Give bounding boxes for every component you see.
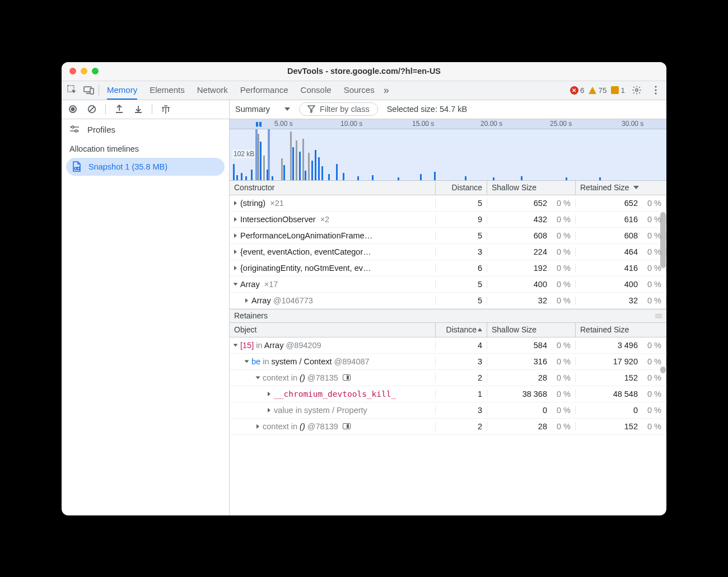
upload-icon[interactable] xyxy=(114,104,125,115)
timeline-bar xyxy=(251,170,253,181)
tab-sources[interactable]: Sources xyxy=(344,81,375,100)
table-row[interactable]: Array ×1754000 %4000 % xyxy=(230,276,666,293)
table-row[interactable]: IntersectionObserver ×294320 %6160 % xyxy=(230,212,666,228)
col-shallow[interactable]: Shallow Size xyxy=(487,181,576,195)
snapshot-icon xyxy=(72,161,82,172)
col-shallow[interactable]: Shallow Size xyxy=(487,323,576,337)
profiles-section-label: Allocation timelines xyxy=(62,140,229,157)
allocation-timeline[interactable]: ▮▮5.00 s10.00 s15.00 s20.00 s25.00 s30.0… xyxy=(230,119,666,181)
row-label: IntersectionObserver xyxy=(240,215,316,224)
expand-icon[interactable] xyxy=(245,360,249,363)
download-icon[interactable] xyxy=(133,104,144,115)
issue-icon xyxy=(611,86,619,94)
expand-icon[interactable] xyxy=(234,266,237,270)
main-toolbar: MemoryElementsNetworkPerformanceConsoleS… xyxy=(62,81,666,100)
maximize-icon[interactable] xyxy=(92,68,99,74)
timeline-bar xyxy=(521,176,522,181)
timeline-bar xyxy=(315,150,316,181)
snapshot-item[interactable]: Snapshot 1 (35.8 MB) xyxy=(66,158,225,176)
col-object[interactable]: Object xyxy=(230,323,436,337)
table-row[interactable]: context in () @78139 2280 %1520 % xyxy=(230,419,666,435)
expand-icon[interactable] xyxy=(256,376,260,379)
timeline-bar xyxy=(493,177,494,181)
timeline-bar xyxy=(258,134,259,181)
filter-icon xyxy=(307,105,315,113)
tab-network[interactable]: Network xyxy=(197,81,228,100)
expand-icon[interactable] xyxy=(234,344,238,346)
col-constructor[interactable]: Constructor xyxy=(230,181,436,195)
timeline-bar xyxy=(343,173,344,181)
expand-icon[interactable] xyxy=(234,201,237,205)
tab-elements[interactable]: Elements xyxy=(150,81,185,100)
table-row[interactable]: be in system / Context @89408733160 %17 … xyxy=(230,354,666,370)
timeline-bar xyxy=(434,172,436,181)
sidebar-toolbar xyxy=(62,100,229,119)
timeline-bar xyxy=(233,164,235,181)
warnings-badge[interactable]: 75 xyxy=(589,86,606,95)
table-row[interactable]: [15] in Array @89420945840 %3 4960 % xyxy=(230,337,666,354)
expand-icon[interactable] xyxy=(234,217,237,222)
timeline-ruler: ▮▮5.00 s10.00 s15.00 s20.00 s25.00 s30.0… xyxy=(230,119,666,129)
close-icon[interactable] xyxy=(69,68,76,74)
timeline-bar xyxy=(290,132,292,181)
tab-performance[interactable]: Performance xyxy=(240,81,288,100)
retainers-header: Retainers xyxy=(230,309,666,323)
row-label: be in system / Context @894087 xyxy=(251,357,370,366)
constructor-table-rows[interactable]: (string) ×2156520 %6520 %IntersectionObs… xyxy=(230,195,666,309)
col-retained[interactable]: Retained Size xyxy=(576,323,666,337)
expand-icon[interactable] xyxy=(245,298,248,303)
retainers-menu-icon[interactable] xyxy=(655,314,662,318)
view-dropdown[interactable]: Summary xyxy=(235,105,290,114)
timeline-bar xyxy=(311,161,313,181)
timeline-bar xyxy=(305,171,306,181)
expand-icon[interactable] xyxy=(256,424,259,429)
table-row[interactable]: Array @10467735320 %320 % xyxy=(230,293,666,309)
table-row[interactable]: {originatingEntity, noGtmEvent, ev…61920… xyxy=(230,260,666,276)
expand-icon[interactable] xyxy=(234,283,238,285)
col-distance[interactable]: Distance xyxy=(436,323,487,337)
expand-icon[interactable] xyxy=(234,233,237,238)
record-icon[interactable] xyxy=(67,104,78,115)
row-label: {originatingEntity, noGtmEvent, ev… xyxy=(240,264,371,273)
timeline-tick: 30.00 s xyxy=(622,120,643,128)
timeline-bar xyxy=(245,176,247,181)
errors-badge[interactable]: ✕ 6 xyxy=(570,86,585,95)
table-row[interactable]: context in () @78135 2280 %1520 % xyxy=(230,370,666,386)
minimize-icon[interactable] xyxy=(81,68,87,74)
window-titlebar: DevTools - store.google.com/?hl=en-US xyxy=(62,62,666,81)
timeline-bar xyxy=(292,147,294,181)
more-tabs-icon[interactable]: » xyxy=(384,85,389,96)
retainers-table-rows[interactable]: [15] in Array @89420945840 %3 4960 %be i… xyxy=(230,337,666,515)
timeline-bar xyxy=(398,177,399,181)
table-row[interactable]: value in system / Property300 %00 % xyxy=(230,402,666,419)
table-row[interactable]: {event, eventAction, eventCategor…32240 … xyxy=(230,244,666,260)
col-distance[interactable]: Distance xyxy=(436,181,487,195)
tab-console[interactable]: Console xyxy=(301,81,332,100)
table-row[interactable]: Array @10467955320 %320 % xyxy=(230,309,666,309)
tab-memory[interactable]: Memory xyxy=(107,81,137,100)
device-toggle-icon[interactable] xyxy=(82,83,96,97)
more-icon[interactable] xyxy=(648,83,663,97)
row-label: [15] in Array @894209 xyxy=(240,341,321,350)
svg-point-12 xyxy=(75,130,77,132)
table-row[interactable]: (string) ×2156520 %6520 % xyxy=(230,195,666,212)
col-retained[interactable]: Retained Size xyxy=(576,181,666,195)
expand-icon[interactable] xyxy=(234,250,237,254)
separator xyxy=(152,104,152,114)
timeline-bar xyxy=(465,176,466,181)
gc-icon[interactable] xyxy=(160,104,171,115)
issues-badge[interactable]: 1 xyxy=(611,86,625,95)
inspect-icon[interactable] xyxy=(65,83,80,97)
timeline-bar xyxy=(267,170,268,181)
settings-icon[interactable] xyxy=(629,83,644,97)
error-icon: ✕ xyxy=(570,86,578,95)
clear-icon[interactable] xyxy=(86,104,97,115)
expand-icon[interactable] xyxy=(268,392,270,396)
table-row[interactable]: __chromium_devtools_kill_138 3680 %48 54… xyxy=(230,386,666,402)
svg-point-4 xyxy=(655,86,656,87)
table-row[interactable]: PerformanceLongAnimationFrame…56080 %608… xyxy=(230,228,666,244)
timeline-bar xyxy=(566,177,567,181)
filter-input[interactable]: Filter by class xyxy=(299,102,378,116)
expand-icon[interactable] xyxy=(268,408,270,412)
scrollbar-thumb[interactable] xyxy=(660,367,666,373)
